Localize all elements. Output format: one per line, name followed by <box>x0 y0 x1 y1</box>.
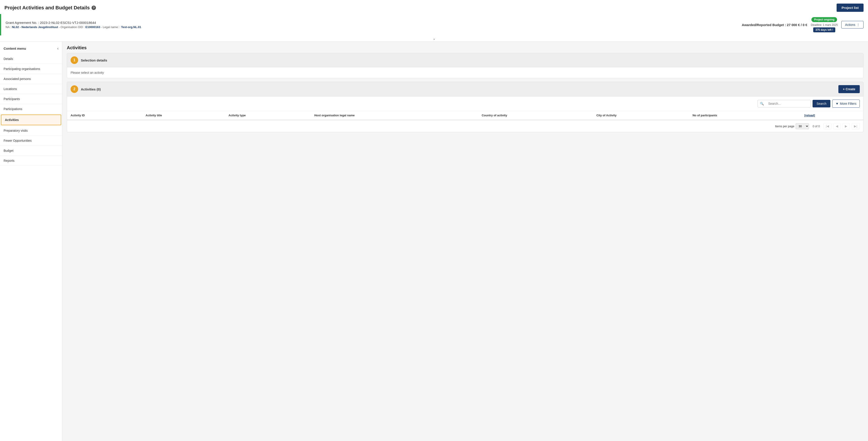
sidebar-item-locations[interactable]: Locations <box>0 84 62 94</box>
col-activity-type: Activity type <box>225 111 311 120</box>
sidebar-item-details[interactable]: Details <box>0 54 62 64</box>
days-left-badge: 375 days left ! <box>813 27 835 32</box>
selection-details-body: Please select an activity <box>67 67 863 78</box>
sidebar-item-participating-organisations[interactable]: Participating organisations <box>0 64 62 74</box>
actions-button[interactable]: Actions ⋮ <box>841 21 864 29</box>
activities-count-title: Activities (0) <box>81 87 101 91</box>
pagination: Items per page 30 50 100 0 of 0 |◀ ◀ ▶ ▶… <box>67 120 863 132</box>
sidebar-header: Content menu ‹ <box>0 44 62 54</box>
col-country: Country of activity <box>478 111 593 120</box>
page-info: 0 of 0 <box>812 124 820 128</box>
step-1-badge: 1 <box>70 56 78 64</box>
sidebar-item-preparatory-visits[interactable]: Preparatory visits <box>0 126 62 136</box>
table-head: Activity ID Activity title Activity type… <box>67 111 863 120</box>
grant-bar: Grant Agreement No. : 2023-2-NL02-ESC51-… <box>0 14 868 35</box>
per-page-select[interactable]: 30 50 100 <box>796 123 809 129</box>
activities-block: 2 Activities (0) + Create 🔍 Search ▼ Mor… <box>67 82 864 132</box>
activities-table-wrap: Activity ID Activity title Activity type… <box>67 111 863 120</box>
project-status-badge: Project ongoing <box>811 17 837 22</box>
search-button[interactable]: Search <box>812 100 830 108</box>
activities-section-title: Activities <box>67 45 864 50</box>
sidebar-nav: DetailsParticipating organisationsAssoci… <box>0 54 62 166</box>
sidebar-item-participants[interactable]: Participants <box>0 94 62 104</box>
filter-icon: ▼ <box>836 102 839 106</box>
main-layout: Content menu ‹ DetailsParticipating orga… <box>0 42 868 441</box>
collapse-bar[interactable]: ⌄ <box>0 35 868 42</box>
sidebar-item-reports[interactable]: Reports <box>0 156 62 166</box>
page-header: Project Activities and Budget Details ? … <box>0 0 868 14</box>
col-city: City of Activity <box>593 111 689 120</box>
col-reload[interactable]: [reload] <box>801 111 863 120</box>
grant-na-info: NA : NL02 - Nederlands Jeugdinstituut - … <box>6 25 141 29</box>
grant-number: Grant Agreement No. : 2023-2-NL02-ESC51-… <box>6 21 141 25</box>
sidebar-close-icon[interactable]: ‹ <box>57 46 59 51</box>
project-list-button[interactable]: Project list <box>837 4 864 12</box>
awarded-budget: Awarded/Reported Budget : 27 000 € / 0 € <box>742 23 807 27</box>
activities-header-left: 2 Activities (0) <box>70 85 101 93</box>
more-filters-button[interactable]: ▼ More Filters <box>832 99 860 108</box>
sidebar-title: Content menu <box>4 47 26 50</box>
items-per-page: Items per page 30 50 100 <box>775 123 809 129</box>
sidebar-item-activities[interactable]: Activities <box>1 115 61 125</box>
prev-page-button[interactable]: ◀ <box>833 123 841 129</box>
sidebar: Content menu ‹ DetailsParticipating orga… <box>0 42 62 441</box>
create-activity-button[interactable]: + Create <box>838 85 860 93</box>
grant-info-right: Awarded/Reported Budget : 27 000 € / 0 €… <box>742 17 864 32</box>
sidebar-item-associated-persons[interactable]: Associated persons <box>0 74 62 84</box>
col-host-org: Host organisation legal name <box>311 111 478 120</box>
search-input[interactable] <box>766 100 811 107</box>
last-page-button[interactable]: ▶| <box>851 123 860 129</box>
reload-link[interactable]: [reload] <box>804 114 815 117</box>
status-group: Project ongoing Deadline: 1 mars 2025 37… <box>811 17 838 32</box>
sidebar-item-participations[interactable]: Participations <box>0 104 62 114</box>
activities-table: Activity ID Activity title Activity type… <box>67 111 863 120</box>
sidebar-item-fewer-opportunities[interactable]: Fewer Opportunities <box>0 136 62 146</box>
selection-details-block: 1 Selection details Please select an act… <box>67 53 864 78</box>
title-text: Project Activities and Budget Details <box>4 5 90 11</box>
activities-block-header: 2 Activities (0) + Create <box>67 82 863 96</box>
search-input-wrap: 🔍 <box>757 100 811 108</box>
collapse-icon: ⌄ <box>433 36 436 40</box>
grant-info-left: Grant Agreement No. : 2023-2-NL02-ESC51-… <box>6 21 141 29</box>
page-title: Project Activities and Budget Details ? <box>4 5 96 11</box>
search-icon: 🔍 <box>758 100 766 107</box>
first-page-button[interactable]: |◀ <box>824 123 832 129</box>
search-bar: 🔍 Search ▼ More Filters <box>67 96 863 111</box>
step-2-badge: 2 <box>70 85 78 93</box>
next-page-button[interactable]: ▶ <box>842 123 850 129</box>
info-icon[interactable]: ? <box>92 6 96 10</box>
sidebar-item-budget[interactable]: Budget <box>0 146 62 156</box>
main-content: Activities 1 Selection details Please se… <box>62 42 868 441</box>
selection-details-title: Selection details <box>81 58 107 62</box>
col-activity-id: Activity ID <box>67 111 142 120</box>
table-header-row: Activity ID Activity title Activity type… <box>67 111 863 120</box>
col-activity-title: Activity title <box>142 111 225 120</box>
col-participants: No of participants <box>689 111 801 120</box>
selection-details-header: 1 Selection details <box>67 53 863 67</box>
deadline-text: Deadline: 1 mars 2025 <box>811 23 838 27</box>
